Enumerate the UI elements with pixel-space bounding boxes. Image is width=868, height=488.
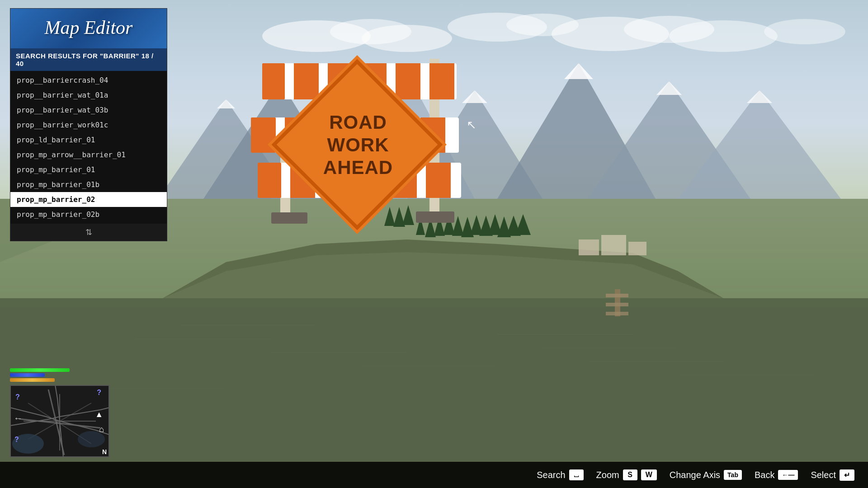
search-key-badge: ⎵ (569, 469, 584, 480)
zoom-key-w-badge: W (641, 469, 657, 480)
minimap-background: ? ? ← ▲ ⌂ ? N (10, 385, 109, 457)
search-hud-item: Search ⎵ (537, 469, 583, 480)
list-item-selected[interactable]: prop_mp_barrier_02 (10, 192, 167, 207)
zoom-key-s-badge: S (623, 469, 637, 480)
back-hud-item: Back ←— (755, 470, 798, 480)
status-bars (10, 368, 109, 383)
list-item[interactable]: prop_mp_barrier_02b (10, 207, 167, 222)
bottom-hud: Search ⎵ Zoom S W Change Axis Tab Back ←… (0, 462, 868, 488)
back-hud-label: Back (755, 470, 774, 480)
select-hud-label: Select (811, 470, 836, 480)
minimap: ? ? ← ▲ ⌂ ? N (10, 385, 109, 457)
panel-header: Map Editor (10, 9, 167, 48)
list-item[interactable]: prop__barriercrash_04 (10, 73, 167, 88)
back-key-badge: ←— (778, 470, 798, 480)
select-hud-item: Select ↵ (811, 469, 854, 481)
left-panel: Map Editor SEARCH RESULTS FOR "BARRIER" … (10, 8, 167, 241)
items-list: prop__barriercrash_04 prop__barrier_wat_… (10, 71, 167, 224)
zoom-hud-item: Zoom S W (596, 469, 657, 480)
search-results-bar: SEARCH RESULTS FOR "BARRIER" 18 / 40 (10, 48, 167, 71)
list-item[interactable]: prop_mp_barrier_01 (10, 162, 167, 177)
zoom-hud-label: Zoom (596, 470, 619, 480)
scroll-indicator[interactable]: ⇅ (10, 224, 167, 241)
armor-bar (10, 373, 45, 377)
select-key-badge: ↵ (840, 469, 854, 481)
list-item[interactable]: prop__barrier_work01c (10, 117, 167, 132)
list-item[interactable]: prop_ld_barrier_01 (10, 132, 167, 147)
minimap-border (10, 385, 109, 457)
health-bar (10, 368, 70, 372)
list-item[interactable]: prop__barrier_wat_03b (10, 103, 167, 117)
list-item[interactable]: prop_mp_arrow__barrier_01 (10, 147, 167, 162)
search-results-label: SEARCH RESULTS FOR "BARRIER" (16, 52, 142, 60)
list-item[interactable]: prop_mp_barrier_01b (10, 177, 167, 192)
change-axis-hud-item: Change Axis Tab (670, 470, 742, 480)
change-axis-key-badge: Tab (724, 470, 742, 480)
panel-title: Map Editor (19, 17, 158, 38)
search-hud-label: Search (537, 470, 565, 480)
stamina-bar (10, 378, 55, 382)
change-axis-hud-label: Change Axis (670, 470, 720, 480)
list-item[interactable]: prop__barrier_wat_01a (10, 88, 167, 103)
